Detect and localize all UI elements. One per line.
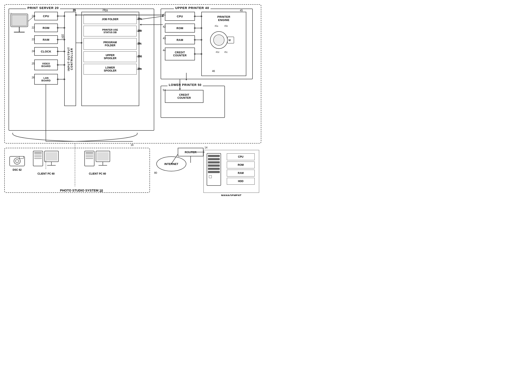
lower-printer-label: LOWER PRINTER 50 <box>167 83 203 87</box>
client-pc1-icon <box>32 150 60 171</box>
mgmt-server-box: CPU ROM RAM HDD <box>204 150 259 193</box>
ps-lanboard-box: LANBOARD <box>34 74 58 85</box>
dsc-area: DSC 62 <box>9 154 26 171</box>
client-pc2-label: CLIENT PC 60 <box>83 172 111 175</box>
ms-rom-box: ROM <box>227 162 255 168</box>
svg-rect-29 <box>86 156 93 157</box>
svg-text:M: M <box>228 39 231 42</box>
monitor-icon: 27 <box>10 13 29 41</box>
ref-28: 28 <box>105 9 108 12</box>
svg-point-6 <box>213 35 224 45</box>
ref-26: 26 <box>32 76 34 79</box>
svg-text:45d: 45d <box>216 51 219 53</box>
svg-rect-23 <box>46 152 57 161</box>
svg-rect-36 <box>208 155 220 157</box>
ref-42: 42 <box>163 25 166 28</box>
printer-engine-box: PRINTERENGINE M 45d 45c 45a 45b <box>201 12 246 76</box>
ref-43: 43 <box>163 37 166 40</box>
svg-rect-37 <box>208 158 220 160</box>
svg-rect-21 <box>34 158 42 159</box>
program-folder-box: PROGRAMFOLDER <box>83 38 137 50</box>
upper-printer-label: UPPER PRINTER 40 <box>174 6 211 10</box>
internet-ellipse: INTERNET <box>156 156 186 171</box>
svg-rect-41 <box>208 171 220 173</box>
lp-credit-counter-box: CREDITCOUNTER <box>165 90 204 103</box>
ms-ram-box: RAM <box>227 170 255 177</box>
ref-14: 14 <box>204 146 207 149</box>
io-controller-label: INPUT-OUTPUTCONTROLLER <box>67 47 73 71</box>
printer-engine-label: PRINTERENGINE <box>202 15 246 22</box>
ps-clock-box: CLOCK <box>34 47 58 56</box>
svg-rect-30 <box>86 158 93 159</box>
ref-31-label: 31 <box>61 34 64 37</box>
ps-rom-box: ROM <box>34 23 58 32</box>
ps-ram-box: RAM <box>34 35 58 44</box>
ref-80: 80 <box>154 171 157 174</box>
ref-46: 46 <box>212 70 215 73</box>
ref-28b-label: 28b <box>138 30 141 32</box>
svg-rect-32 <box>97 152 109 161</box>
svg-rect-42 <box>209 175 212 178</box>
svg-rect-39 <box>208 164 220 167</box>
io-controller-box: INPUT-OUTPUTCONTROLLER <box>64 12 76 106</box>
upper-spooler-box: UPPERSPOOLER <box>83 51 137 62</box>
svg-rect-19 <box>34 155 42 155</box>
up-cpu-box: CPU <box>165 12 195 21</box>
dsc-icon <box>9 154 26 167</box>
printer-engine-diagram: M 45d 45c 45a 45b <box>203 23 246 66</box>
printer-use-status-db-box: PRINTER USESTATUS DB <box>83 26 137 36</box>
lower-spooler-box: LOWERSPOOLER <box>83 64 137 75</box>
up-rom-box: ROM <box>165 23 195 33</box>
ref-21: 21 <box>32 14 34 18</box>
ms-hdd-box: HDD <box>227 178 255 185</box>
svg-rect-28 <box>86 155 93 155</box>
diagram: PRINT SERVER 20 UPPER PRINTER 40 LOWER P… <box>0 0 266 196</box>
client-pc1-label: CLIENT PC 60 <box>32 172 60 175</box>
svg-text:27: 27 <box>10 13 12 14</box>
up-credit-counter-box: CREDITCOUNTER <box>165 47 195 61</box>
svg-point-15 <box>15 159 19 163</box>
ref-28d-label: 28d <box>138 55 141 57</box>
print-server-label: PRINT SERVER 20 <box>26 6 60 10</box>
ref-28-label: 28 <box>102 9 105 12</box>
ps-videoboard-box: VIDEOBOARD <box>34 60 58 70</box>
svg-text:45c: 45c <box>224 51 228 53</box>
ref-54: 54 <box>163 89 166 92</box>
job-folder-box: JOB FOLDER <box>83 14 137 24</box>
svg-text:45a: 45a <box>215 25 218 27</box>
svg-rect-40 <box>208 168 220 170</box>
ref-28a-label: 28a <box>138 17 141 20</box>
ref-25: 25 <box>32 62 34 65</box>
ref-28c-label: 28c <box>138 42 141 45</box>
ref-29-label: 29 <box>73 9 76 12</box>
ref-16: 16 <box>131 144 134 146</box>
svg-rect-27 <box>86 152 93 154</box>
ps-cpu-box: CPU <box>34 12 58 20</box>
svg-rect-16 <box>19 156 23 159</box>
client-pc2-area: CLIENT PC 60 <box>83 150 111 175</box>
router-box: ROUTER <box>178 148 204 156</box>
up-ram-box: RAM <box>165 35 195 44</box>
svg-text:45b: 45b <box>224 25 228 27</box>
svg-rect-20 <box>34 156 42 157</box>
bottom-system-border <box>4 148 150 193</box>
ref-22: 22 <box>32 26 34 29</box>
client-pc1-area: CLIENT PC 60 <box>32 150 60 175</box>
ref-28e-label: 28e <box>138 67 141 70</box>
ref-44: 44 <box>163 49 166 52</box>
ref-23: 23 <box>32 38 34 41</box>
mgmt-server-label: MANAGEMENTSERVER 70 <box>204 194 259 196</box>
ms-cpu-box: CPU <box>227 153 255 160</box>
svg-rect-38 <box>208 161 220 163</box>
ref-24: 24 <box>32 50 34 53</box>
ref-45: 45 <box>240 9 243 12</box>
svg-rect-18 <box>34 152 42 154</box>
photo-studio-label: PHOTO STUDIO SYSTEM 10 <box>60 188 103 192</box>
client-pc2-icon <box>83 150 111 171</box>
svg-rect-1 <box>12 15 27 26</box>
dsc-label: DSC 62 <box>9 168 26 171</box>
mgmt-server-icon <box>206 152 223 187</box>
ref-41: 41 <box>163 13 166 16</box>
